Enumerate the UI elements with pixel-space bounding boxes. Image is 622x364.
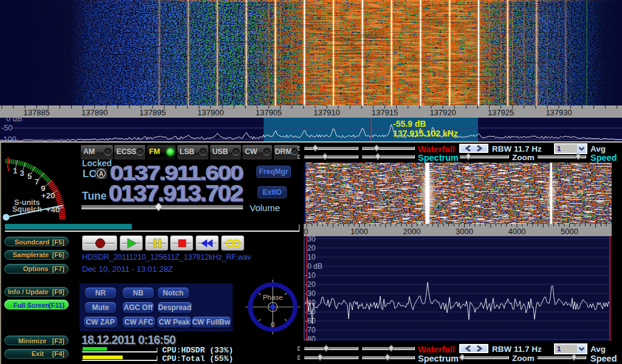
svg-text:1000: 1000 xyxy=(350,227,368,236)
svg-text:0: 0 xyxy=(304,227,308,236)
svg-text:5000: 5000 xyxy=(561,227,578,236)
svg-text:137.915.102 kHz: 137.915.102 kHz xyxy=(393,129,458,138)
svg-text:137895: 137895 xyxy=(140,108,166,117)
svg-text:1: 1 xyxy=(13,166,18,175)
svg-text:10: 10 xyxy=(307,253,316,261)
svg-text:4000: 4000 xyxy=(508,227,526,236)
svg-text:30: 30 xyxy=(307,236,316,243)
svg-text:2000: 2000 xyxy=(403,227,421,236)
svg-text:0 dB: 0 dB xyxy=(307,262,323,271)
svg-text:137920: 137920 xyxy=(429,108,456,117)
svg-text:137910: 137910 xyxy=(313,108,340,117)
svg-text:0: 0 xyxy=(271,321,275,328)
svg-text:+20: +20 xyxy=(41,191,55,200)
svg-text:-50: -50 xyxy=(1,123,13,132)
svg-text:0137.911.600: 0137.911.600 xyxy=(111,164,244,183)
svg-text:Phase: Phase xyxy=(263,294,283,301)
svg-text:137905: 137905 xyxy=(256,108,282,117)
svg-text:-55.9 dB: -55.9 dB xyxy=(393,119,426,129)
svg-text:0 dB: 0 dB xyxy=(6,118,22,123)
svg-text:7: 7 xyxy=(35,177,39,186)
svg-text:3: 3 xyxy=(19,169,24,178)
svg-text:A: A xyxy=(99,170,103,177)
svg-text:5: 5 xyxy=(27,172,32,181)
svg-text:3000: 3000 xyxy=(456,227,473,236)
svg-text:137925: 137925 xyxy=(488,108,514,117)
svg-text:0137.913.702: 0137.913.702 xyxy=(109,184,244,204)
svg-text:137930: 137930 xyxy=(545,108,572,117)
svg-text:137885: 137885 xyxy=(24,108,50,117)
svg-text:137890: 137890 xyxy=(81,108,108,117)
svg-text:20: 20 xyxy=(307,244,316,252)
svg-text:137915: 137915 xyxy=(372,108,398,117)
svg-text:137900: 137900 xyxy=(197,108,224,117)
